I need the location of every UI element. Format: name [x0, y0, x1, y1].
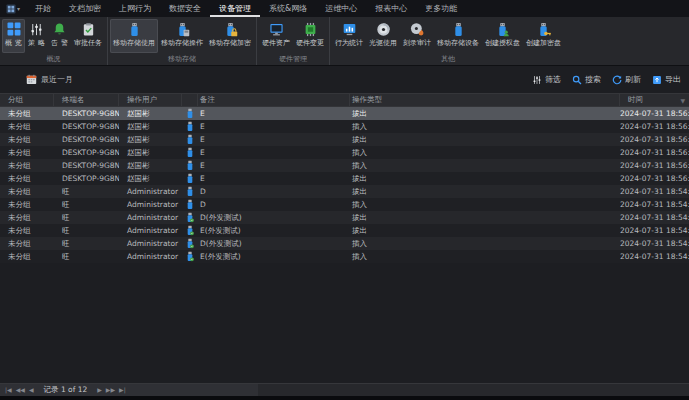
cdrom-usage-button[interactable]: 光驱使用 — [366, 19, 400, 53]
removable-storage-operation-button[interactable]: 移动存储操作 — [158, 19, 206, 53]
next-page-button[interactable]: ▶ — [97, 387, 102, 393]
last-page-button[interactable]: ▶| — [119, 387, 126, 393]
cell-note: E(外发测试) — [198, 252, 350, 262]
table-row[interactable]: 未分组旺AdministratorD(外发测试)拔出2024-07-31 18:… — [0, 211, 689, 224]
refresh-icon — [612, 75, 622, 85]
refresh-button[interactable]: 刷新 — [612, 74, 641, 85]
cell-group: 未分组 — [0, 109, 54, 119]
burn-audit-button[interactable]: 刻录审计 — [400, 19, 434, 53]
tab-system-network[interactable]: 系统&网络 — [260, 0, 316, 17]
tab-ops-center[interactable]: 运维中心 — [316, 0, 366, 17]
button-label: 行为统计 — [335, 38, 363, 48]
filter-button[interactable]: 筛选 — [532, 74, 561, 85]
usb-export-icon — [182, 212, 198, 223]
table-row[interactable]: 未分组DESKTOP-9G8NA80赵国彬E插入2024-07-31 18:56… — [0, 146, 689, 159]
tab-more-features[interactable]: 更多功能 — [416, 0, 466, 17]
sort-caret-icon[interactable]: ▼ — [680, 97, 685, 104]
cell-note: D(外发测试) — [198, 213, 350, 223]
usb-drive-icon — [182, 160, 198, 171]
app-menu-button[interactable]: ▾ — [0, 0, 26, 17]
next-fast-button[interactable]: ▶▶ — [106, 387, 115, 393]
cell-time: 2024-07-31 18:56:38 — [620, 122, 689, 131]
export-icon — [652, 75, 662, 85]
cell-terminal: DESKTOP-9G8NA80 — [54, 148, 119, 157]
cell-action-type: 插入 — [350, 148, 620, 158]
tab-data-security[interactable]: 数据安全 — [160, 0, 210, 17]
prev-page-button[interactable]: ◀ — [29, 387, 34, 393]
cell-note: D — [198, 200, 350, 209]
table-row[interactable]: 未分组DESKTOP-9G8NA80赵国彬E拔出2024-07-31 18:56… — [0, 172, 689, 185]
cell-note: E — [198, 161, 350, 170]
table-row[interactable]: 未分组旺AdministratorD拔出2024-07-31 18:54:12 — [0, 185, 689, 198]
column-header-time[interactable]: 时间▼ — [620, 94, 689, 106]
table-row[interactable]: 未分组旺AdministratorD(外发测试)插入2024-07-31 18:… — [0, 237, 689, 250]
disc-burn-icon — [410, 21, 425, 37]
removable-storage-encryption-button[interactable]: 移动存储加密 — [206, 19, 254, 53]
hardware-asset-button[interactable]: 硬件资产 — [259, 19, 293, 53]
policy-button[interactable]: 策略 — [25, 19, 48, 53]
cell-time: 2024-07-31 18:54:12 — [620, 187, 689, 196]
column-header-terminal[interactable]: 终端名 — [54, 94, 119, 106]
approval-task-button[interactable]: 审批任务 — [71, 19, 105, 53]
tab-home[interactable]: 开始 — [26, 0, 60, 17]
column-header-group[interactable]: 分组 — [0, 94, 54, 106]
search-button[interactable]: 搜索 — [572, 74, 601, 85]
date-range-label: 最近一月 — [41, 74, 73, 85]
cell-user: Administrator — [119, 187, 182, 196]
button-label: 移动存储使用 — [113, 38, 155, 48]
date-range-filter[interactable]: 最近一月 — [26, 74, 73, 85]
cell-user: 赵国彬 — [119, 122, 182, 132]
cell-user: 赵国彬 — [119, 174, 182, 184]
column-header-note[interactable]: 备注 — [198, 94, 350, 106]
cell-action-type: 插入 — [350, 252, 620, 262]
usb-drive-icon — [182, 121, 198, 132]
tab-device-management[interactable]: 设备管理 — [210, 0, 260, 17]
table-row[interactable]: 未分组DESKTOP-9G8NA80赵国彬E拔出2024-07-31 18:56… — [0, 107, 689, 120]
column-header-user[interactable]: 操作用户 — [119, 94, 182, 106]
ribbon-group-label: 其他 — [332, 53, 564, 65]
behavior-stats-button[interactable]: 行为统计 — [332, 19, 366, 53]
alert-button[interactable]: 告警 — [48, 19, 71, 53]
column-header-action-type[interactable]: 操作类型 — [350, 94, 620, 106]
ribbon-group-removable-storage: 移动存储使用 移动存储操作 移动存储加密 移动存储 — [107, 17, 256, 65]
usb-drive-icon — [182, 134, 198, 145]
cell-terminal: DESKTOP-9G8NA80 — [54, 122, 119, 131]
table-row[interactable]: 未分组DESKTOP-9G8NA80赵国彬E插入2024-07-31 18:56… — [0, 120, 689, 133]
ribbon-group-other: 行为统计 光驱使用 刻录审计 移动存储设备 创建授权盘 — [329, 17, 566, 65]
table-row[interactable]: 未分组DESKTOP-9G8NA80赵国彬E拔出2024-07-31 18:56… — [0, 133, 689, 146]
prev-fast-button[interactable]: ◀◀ — [16, 387, 25, 393]
button-label: 硬件资产 — [262, 38, 290, 48]
button-label: 审批任务 — [74, 38, 102, 48]
export-button[interactable]: 导出 — [652, 74, 681, 85]
table-row[interactable]: 未分组旺AdministratorE(外发测试)插入2024-07-31 18:… — [0, 250, 689, 263]
tab-doc-encryption[interactable]: 文档加密 — [60, 0, 110, 17]
record-navigator: |◀ ◀◀ ◀ 记录 1 of 12 ▶ ▶▶ ▶| — [0, 384, 258, 396]
overview-button[interactable]: 概览 — [2, 19, 25, 53]
tab-report-center[interactable]: 报表中心 — [366, 0, 416, 17]
column-header-note-icon[interactable] — [182, 94, 198, 106]
tab-web-behavior[interactable]: 上网行为 — [110, 0, 160, 17]
cell-action-type: 拔出 — [350, 109, 620, 119]
cell-note: E(外发测试) — [198, 226, 350, 236]
app-window: ▾ 开始 文档加密 上网行为 数据安全 设备管理 系统&网络 运维中心 报表中心… — [0, 0, 689, 400]
usb-check-icon — [495, 21, 510, 37]
create-authorized-disk-button[interactable]: 创建授权盘 — [482, 19, 523, 53]
table-row[interactable]: 未分组旺AdministratorD插入2024-07-31 18:54:10 — [0, 198, 689, 211]
cell-group: 未分组 — [0, 226, 54, 236]
table-row[interactable]: 未分组旺AdministratorE(外发测试)拔出2024-07-31 18:… — [0, 224, 689, 237]
button-label: 光驱使用 — [369, 38, 397, 48]
cell-terminal: 旺 — [54, 200, 119, 210]
ribbon-group-overview: 概览 策略 告警 审批任务 概况 — [0, 17, 107, 65]
create-encrypted-disk-button[interactable]: 创建加密盘 — [523, 19, 564, 53]
usb-key-icon — [536, 21, 551, 37]
removable-storage-usage-button[interactable]: 移动存储使用 — [110, 19, 158, 53]
cell-note: E — [198, 174, 350, 183]
first-page-button[interactable]: |◀ — [5, 387, 12, 393]
removable-storage-device-button[interactable]: 移动存储设备 — [434, 19, 482, 53]
table-row[interactable]: 未分组DESKTOP-9G8NA80赵国彬E插入2024-07-31 18:56… — [0, 159, 689, 172]
filter-sliders-icon — [532, 75, 542, 85]
usb-icon — [127, 21, 142, 37]
button-label: 硬件变更 — [296, 38, 324, 48]
hardware-change-button[interactable]: 硬件变更 — [293, 19, 327, 53]
usb-lock-icon — [223, 21, 238, 37]
